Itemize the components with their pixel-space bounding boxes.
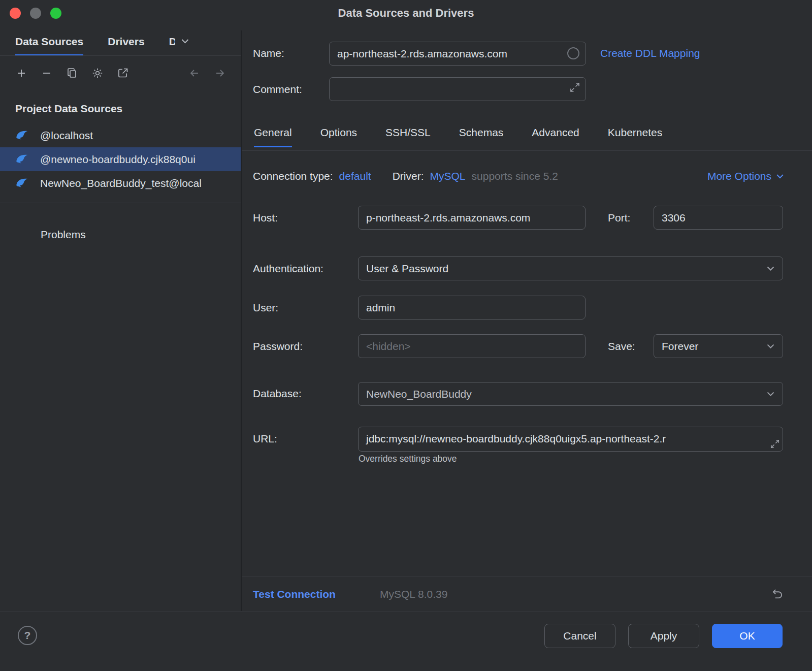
save-label: Save:: [608, 340, 635, 353]
chevron-down-icon: [767, 392, 774, 396]
host-input[interactable]: [359, 206, 585, 229]
gear-icon: [91, 67, 104, 79]
url-label: URL:: [253, 433, 277, 445]
url-field: jdbc:mysql://newneo-boardbuddy.cjk88q0ui…: [358, 427, 783, 452]
ok-button[interactable]: OK: [712, 624, 783, 648]
add-data-source-button[interactable]: [15, 67, 27, 79]
project-data-sources-header: Project Data Sources: [15, 103, 122, 115]
name-input[interactable]: [330, 42, 586, 65]
database-label: Database:: [253, 388, 302, 400]
plus-icon: [15, 67, 27, 79]
user-field: [358, 296, 586, 319]
save-value: Forever: [662, 340, 698, 353]
data-source-label: NewNeo_BoardBuddy_test@local: [40, 177, 202, 189]
data-source-list: @localhost @newneo-boardbuddy.cjk88q0ui …: [0, 123, 241, 195]
connection-type-row: Connection type: default Driver: MySQL s…: [253, 170, 784, 183]
port-field: [654, 206, 783, 230]
apply-button[interactable]: Apply: [628, 624, 699, 648]
copy-icon: [66, 67, 78, 79]
comment-input[interactable]: [330, 78, 586, 101]
more-options-label: More Options: [707, 170, 771, 183]
export-icon: [117, 67, 129, 79]
mysql-icon: [15, 129, 29, 142]
arrow-left-icon: [188, 67, 201, 79]
tab-drivers[interactable]: Drivers: [108, 36, 144, 56]
tabs-divider: [242, 150, 812, 151]
data-source-item-newneo-boardbuddy[interactable]: @newneo-boardbuddy.cjk88q0ui: [0, 147, 241, 171]
tab-overflow[interactable]: D: [169, 36, 189, 56]
url-input[interactable]: jdbc:mysql://newneo-boardbuddy.cjk88q0ui…: [359, 427, 783, 451]
duplicate-button[interactable]: [66, 67, 78, 79]
authentication-label: Authentication:: [253, 263, 323, 275]
back-button[interactable]: [188, 67, 201, 79]
mysql-icon: [15, 152, 29, 166]
comment-label: Comment:: [253, 83, 302, 95]
tab-ssh-ssl[interactable]: SSH/SSL: [385, 126, 431, 147]
database-value: NewNeo_BoardBuddy: [366, 388, 472, 400]
comment-field: [329, 77, 586, 101]
expand-icon[interactable]: [569, 82, 580, 93]
help-button[interactable]: ?: [18, 626, 37, 645]
expand-icon[interactable]: [770, 439, 780, 449]
question-icon: ?: [24, 629, 31, 642]
data-sources-dialog: Data Sources and Drivers Data Sources Dr…: [0, 0, 812, 671]
sidebar-header-line: [0, 55, 241, 56]
data-source-item-newneo-test[interactable]: NewNeo_BoardBuddy_test@local: [0, 171, 241, 195]
name-label: Name:: [253, 47, 284, 59]
host-label: Host:: [253, 212, 278, 224]
forward-button[interactable]: [214, 67, 226, 79]
tab-options[interactable]: Options: [320, 126, 357, 147]
password-input[interactable]: [359, 335, 585, 358]
tab-data-sources[interactable]: Data Sources: [15, 36, 83, 56]
tab-kubernetes[interactable]: Kubernetes: [608, 126, 662, 147]
footer-divider: [242, 577, 812, 577]
driver-version-text: MySQL 8.0.39: [380, 588, 447, 600]
open-in-editor-button[interactable]: [117, 67, 129, 79]
port-input[interactable]: [654, 206, 783, 229]
chevron-down-icon: [776, 174, 784, 179]
chevron-down-icon: [767, 266, 774, 271]
data-source-label: @newneo-boardbuddy.cjk88q0ui: [40, 153, 196, 166]
more-options-link[interactable]: More Options: [707, 170, 784, 183]
save-select[interactable]: Forever: [654, 334, 783, 358]
chevron-down-icon: [767, 344, 774, 348]
tab-general[interactable]: General: [254, 126, 292, 147]
remove-data-source-button[interactable]: [41, 67, 53, 79]
sidebar-separator: [0, 203, 241, 203]
cancel-button[interactable]: Cancel: [544, 624, 615, 648]
mysql-icon: [15, 176, 29, 190]
settings-button[interactable]: [91, 67, 104, 79]
data-source-item-localhost[interactable]: @localhost: [0, 123, 241, 147]
settings-tabs: General Options SSH/SSL Schemas Advanced…: [254, 126, 662, 147]
driver-support-note: supports since 5.2: [472, 170, 558, 183]
user-input[interactable]: [359, 296, 585, 319]
create-ddl-mapping-link[interactable]: Create DDL Mapping: [600, 47, 700, 59]
driver-link[interactable]: MySQL: [430, 170, 466, 183]
tab-advanced[interactable]: Advanced: [532, 126, 579, 147]
sidebar-tabs: Data Sources Drivers D: [15, 36, 189, 56]
sidebar-toolbar: [15, 67, 129, 79]
data-source-label: @localhost: [40, 130, 93, 142]
minus-icon: [41, 67, 53, 79]
revert-button[interactable]: [771, 587, 784, 600]
user-label: User:: [253, 302, 278, 314]
name-field: [329, 42, 586, 66]
window-title: Data Sources and Drivers: [0, 7, 812, 20]
undo-icon: [771, 587, 784, 600]
host-field: [358, 206, 586, 230]
bottom-divider: [0, 611, 812, 612]
arrow-right-icon: [214, 67, 226, 79]
problems-node[interactable]: Problems: [41, 229, 86, 241]
database-select[interactable]: NewNeo_BoardBuddy: [358, 382, 783, 406]
sidebar-divider: [241, 30, 242, 611]
authentication-value: User & Password: [366, 263, 448, 275]
tab-overflow-partial-label: D: [169, 36, 175, 48]
connection-type-label: Connection type:: [253, 170, 333, 183]
tab-schemas[interactable]: Schemas: [459, 126, 504, 147]
url-note: Overrides settings above: [359, 454, 457, 464]
history-nav: [188, 67, 226, 79]
test-connection-link[interactable]: Test Connection: [253, 588, 336, 600]
port-label: Port:: [608, 212, 630, 224]
connection-type-link[interactable]: default: [339, 170, 371, 183]
authentication-select[interactable]: User & Password: [358, 257, 783, 280]
